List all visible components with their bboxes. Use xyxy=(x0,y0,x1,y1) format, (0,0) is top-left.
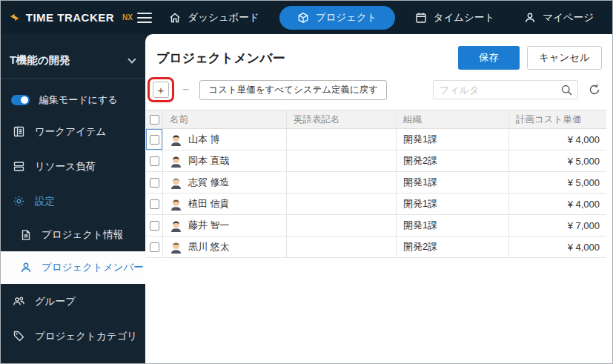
refresh-icon xyxy=(588,83,601,96)
resource-load-icon xyxy=(13,160,25,173)
nav-mypage-label: マイページ xyxy=(543,11,594,24)
member-icon xyxy=(20,262,32,274)
member-english-name xyxy=(286,150,396,171)
member-avatar xyxy=(170,219,182,232)
highlight-annotation: + xyxy=(148,77,174,102)
member-avatar xyxy=(170,241,182,254)
toggle-switch[interactable] xyxy=(11,95,30,105)
sidebar-item-workitems[interactable]: ワークアイテム xyxy=(1,114,145,149)
sidebar-item-label: グループ xyxy=(35,295,76,308)
table-row[interactable]: 岡本 直哉 開発2課 ¥ 5,000 xyxy=(146,150,606,172)
member-cost: ¥ 5,000 xyxy=(508,150,606,171)
group-icon xyxy=(13,295,25,308)
row-checkbox[interactable] xyxy=(150,135,159,145)
brand-suffix: NX xyxy=(122,13,133,21)
member-name: 志賀 修造 xyxy=(188,176,230,189)
sidebar: T機能の開発 編集モードにする ワークアイテム リソース負荷 xyxy=(1,34,145,363)
member-name: 岡本 直哉 xyxy=(188,154,230,168)
search-icon xyxy=(560,84,573,96)
member-english-name xyxy=(286,236,396,257)
sidebar-item-label: ワークアイテム xyxy=(35,125,106,139)
refresh-button[interactable] xyxy=(588,83,601,96)
sidebar-item-project-categories[interactable]: プロジェクトカテゴリ xyxy=(1,319,145,354)
document-icon xyxy=(20,229,32,241)
members-table: 名前 英語表記名 組織 計画コスト単価 山本 博 開発1課 ¥ xyxy=(146,110,606,258)
member-avatar xyxy=(170,176,182,189)
member-avatar xyxy=(170,133,182,146)
filter-input[interactable] xyxy=(440,85,560,96)
main-content: プロジェクトメンバー 保存 キャンセル + − コスト単価をすべてシステム定義に… xyxy=(145,34,612,363)
sidebar-item-project-info[interactable]: プロジェクト情報 xyxy=(1,219,145,251)
add-member-button[interactable]: + xyxy=(153,82,169,98)
member-english-name xyxy=(286,193,396,214)
search-button[interactable] xyxy=(560,84,573,96)
page-header: プロジェクトメンバー 保存 キャンセル xyxy=(145,34,612,70)
row-checkbox[interactable] xyxy=(150,178,159,188)
brand-logo: TIME TRACKER NX xyxy=(1,9,133,26)
sidebar-item-settings[interactable]: 設定 xyxy=(1,184,145,219)
row-checkbox[interactable] xyxy=(150,242,159,252)
user-icon xyxy=(524,12,536,24)
reset-cost-button[interactable]: コスト単価をすべてシステム定義に戻す xyxy=(199,80,387,100)
member-cost: ¥ 7,000 xyxy=(508,215,606,236)
cancel-button[interactable]: キャンセル xyxy=(527,46,602,70)
member-avatar xyxy=(170,198,182,211)
table-row[interactable]: 山本 博 開発1課 ¥ 4,000 xyxy=(146,129,606,150)
workitem-icon xyxy=(13,125,25,138)
member-cost: ¥ 4,000 xyxy=(508,193,606,214)
tag-icon xyxy=(13,330,25,343)
home-icon xyxy=(169,12,181,24)
nav-mypage[interactable]: マイページ xyxy=(514,6,603,30)
top-nav: ダッシュボード プロジェクト タイムシート マイペ xyxy=(159,6,612,30)
table-row[interactable]: 藤井 智一 開発1課 ¥ 7,000 xyxy=(146,215,606,236)
nav-project[interactable]: プロジェクト xyxy=(279,6,395,30)
column-header-org[interactable]: 組織 xyxy=(396,110,508,128)
table-row[interactable]: 志賀 修造 開発1課 ¥ 5,000 xyxy=(146,172,606,193)
nav-dashboard[interactable]: ダッシュボード xyxy=(159,6,268,30)
app-window: TIME TRACKER NX ダッシュボード プロジェクト xyxy=(0,0,613,364)
member-org: 開発1課 xyxy=(396,215,508,236)
sidebar-item-groups[interactable]: グループ xyxy=(1,284,145,319)
nav-timesheet-label: タイムシート xyxy=(434,11,495,24)
row-checkbox[interactable] xyxy=(150,156,159,166)
page-title: プロジェクトメンバー xyxy=(156,50,458,67)
project-title: T機能の開発 xyxy=(10,53,70,67)
gear-icon xyxy=(13,195,25,208)
menu-icon[interactable] xyxy=(137,13,152,23)
member-name: 藤井 智一 xyxy=(188,219,230,232)
edit-mode-toggle[interactable]: 編集モードにする xyxy=(1,83,145,114)
member-avatar xyxy=(170,155,182,168)
sidebar-item-resource-load[interactable]: リソース負荷 xyxy=(1,149,145,184)
select-all-checkbox[interactable] xyxy=(150,115,159,125)
member-english-name xyxy=(286,215,396,236)
save-button[interactable]: 保存 xyxy=(458,46,520,70)
member-english-name xyxy=(286,129,396,150)
member-cost: ¥ 5,000 xyxy=(508,172,606,193)
top-navigation-bar: TIME TRACKER NX ダッシュボード プロジェクト xyxy=(1,1,612,34)
member-org: 開発2課 xyxy=(396,236,508,257)
project-selector[interactable]: T機能の開発 xyxy=(1,34,145,78)
member-cost: ¥ 4,000 xyxy=(508,236,606,257)
member-org: 開発1課 xyxy=(396,172,508,193)
edit-mode-label: 編集モードにする xyxy=(39,93,118,107)
member-cost: ¥ 4,000 xyxy=(508,129,606,150)
nav-project-label: プロジェクト xyxy=(316,11,377,24)
table-row[interactable]: 黒川 悠太 開発2課 ¥ 4,000 xyxy=(146,236,606,258)
remove-member-button[interactable]: − xyxy=(182,83,189,96)
column-header-cost[interactable]: 計画コスト単価 xyxy=(508,110,606,128)
row-checkbox[interactable] xyxy=(150,221,159,231)
table-row[interactable]: 植田 信貴 開発1課 ¥ 4,000 xyxy=(146,193,606,215)
member-org: 開発1課 xyxy=(396,193,508,214)
sidebar-item-label: プロジェクトカテゴリ xyxy=(35,330,137,343)
member-name: 黒川 悠太 xyxy=(188,240,230,254)
nav-timesheet[interactable]: タイムシート xyxy=(405,6,505,30)
divider xyxy=(1,78,145,79)
timetracker-logo-icon xyxy=(10,9,20,26)
sidebar-item-project-members[interactable]: プロジェクトメンバー xyxy=(1,251,145,284)
table-header-row: 名前 英語表記名 組織 計画コスト単価 xyxy=(146,110,606,129)
row-checkbox[interactable] xyxy=(150,199,159,209)
column-header-name[interactable]: 名前 xyxy=(162,110,286,128)
member-name: 山本 博 xyxy=(188,133,220,146)
filter-box xyxy=(433,80,578,99)
column-header-english[interactable]: 英語表記名 xyxy=(286,110,396,128)
